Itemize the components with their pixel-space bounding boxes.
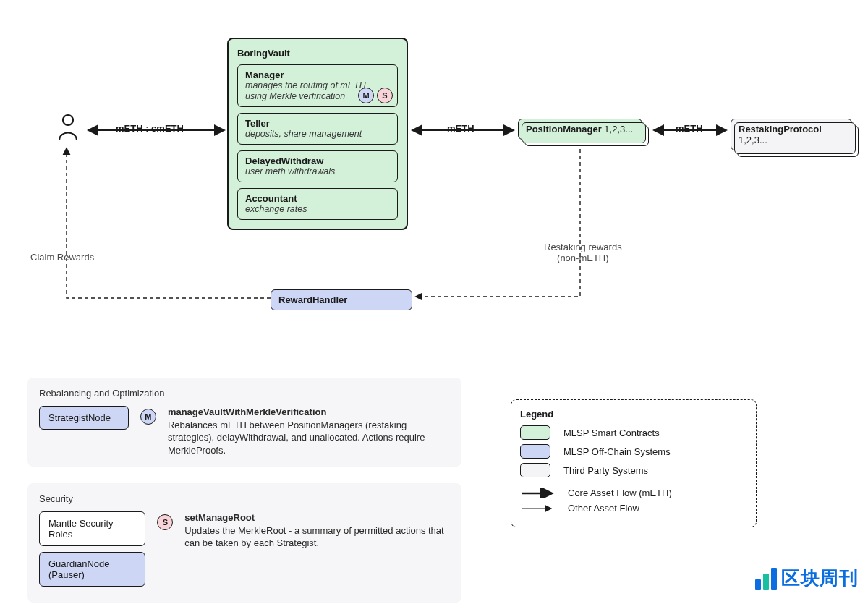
reward-handler-label: RewardHandler (278, 294, 347, 305)
user-icon (56, 113, 80, 142)
legend-offchain: MLSP Off-Chain Systems (563, 446, 671, 457)
panel-security-title: Security (39, 493, 450, 504)
vault-manager: Manager manages the routing of mETH usin… (237, 64, 398, 107)
label-claim-rewards: Claim Rewards (30, 252, 94, 263)
legend-core-flow: Core Asset Flow (mETH) (568, 488, 672, 498)
swatch-offchain (520, 444, 550, 459)
vault-teller: Teller deposits, share management (237, 113, 398, 145)
label-user-vault: mETH : cmETH (116, 123, 184, 134)
svg-point-0 (63, 115, 73, 125)
vault-title: BoringVault (237, 48, 398, 59)
position-manager: PositionManager 1,2,3... (518, 119, 642, 140)
arrow-restaking-rewards (412, 145, 600, 304)
pm-suffix: 1,2,3... (602, 124, 633, 135)
security-func-desc: Updates the MerkleRoot - a summary of pe… (184, 524, 450, 550)
watermark: 区块周刊 (755, 566, 858, 591)
strategist-node: StrategistNode (39, 406, 129, 430)
swatch-thirdparty (520, 463, 550, 477)
label-pm-rp: mETH (676, 123, 703, 134)
legend: Legend MLSP Smart Contracts MLSP Off-Cha… (511, 399, 757, 527)
legend-thirdparty: Third Party Systems (563, 465, 648, 476)
badge-m-panel: M (140, 409, 156, 425)
legend-title: Legend (520, 409, 747, 420)
legend-contracts: MLSP Smart Contracts (563, 428, 660, 438)
badge-s-icon: S (377, 88, 393, 103)
label-restaking-rewards: Restaking rewards (non-mETH) (544, 242, 622, 263)
panel-rebalancing-title: Rebalancing and Optimization (39, 388, 450, 399)
guardian-node: GuardianNode (Pauser) (39, 552, 145, 587)
security-desc: setManageRoot Updates the MerkleRoot - a… (184, 511, 450, 550)
rebalancing-func-desc: Rebalances mETH between PositionManagers… (168, 419, 450, 457)
panel-rebalancing: Rebalancing and Optimization StrategistN… (27, 378, 461, 467)
pm-title: PositionManager (526, 124, 602, 135)
rp-suffix: 1,2,3... (739, 135, 767, 145)
panel-security: Security Mantle Security Roles GuardianN… (27, 483, 461, 603)
reward-handler: RewardHandler (271, 289, 412, 310)
diagram-canvas: mETH : cmETH BoringVault Manager manages… (0, 0, 868, 604)
watermark-text: 区块周刊 (781, 566, 858, 591)
swatch-contracts (520, 425, 550, 440)
legend-other-arrow-icon (520, 503, 555, 514)
label-vault-pm: mETH (447, 123, 475, 134)
security-func-title: setManageRoot (184, 511, 450, 524)
badge-s-panel: S (157, 514, 173, 530)
watermark-logo-icon (755, 568, 777, 590)
teller-sub: deposits, share management (245, 129, 390, 140)
legend-core-arrow-icon (520, 488, 555, 498)
restaking-protocol: RestakingProtocol 1,2,3... (731, 119, 852, 150)
rebalancing-func-title: manageVaultWithMerkleVerification (168, 406, 450, 419)
mantle-security-roles: Mantle Security Roles (39, 511, 145, 546)
rp-title: RestakingProtocol (739, 124, 822, 135)
legend-other-flow: Other Asset Flow (568, 503, 639, 514)
rebalancing-desc: manageVaultWithMerkleVerification Rebala… (168, 406, 450, 456)
manager-title: Manager (245, 69, 390, 80)
teller-title: Teller (245, 118, 390, 129)
arrow-claim-rewards (59, 143, 273, 304)
badge-m-icon: M (358, 88, 374, 103)
